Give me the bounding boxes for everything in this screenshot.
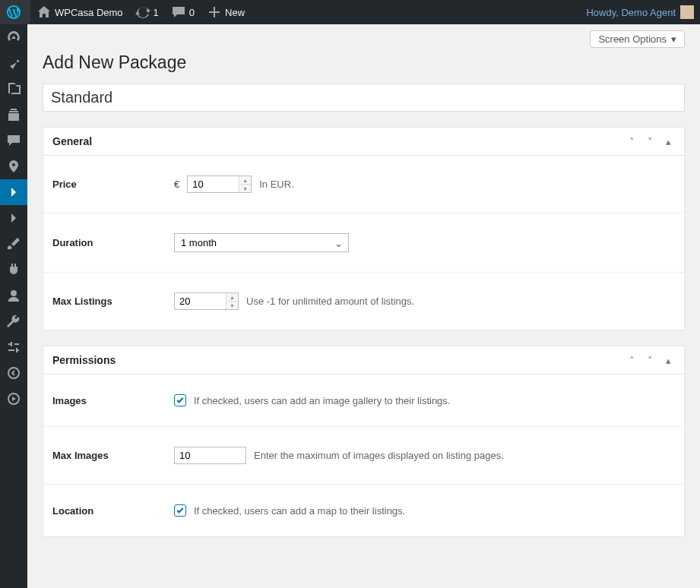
media-icon	[6, 81, 21, 96]
comments-link[interactable]: 0	[165, 0, 201, 24]
pin-icon	[6, 55, 21, 71]
menu-media[interactable]	[0, 76, 27, 102]
menu-posts[interactable]	[0, 50, 27, 76]
plus-icon	[207, 5, 222, 20]
menu-tools[interactable]	[0, 308, 27, 334]
chevron-right-icon	[6, 185, 21, 200]
admin-bar: WPCasa Demo 1 0 New Howdy, Demo Agent	[0, 0, 700, 24]
play-icon	[6, 391, 21, 406]
max-images-hint: Enter the maximum of images displayed on…	[254, 450, 504, 461]
menu-comments[interactable]	[0, 128, 27, 153]
field-max-images: Max Images Enter the maximum of images d…	[43, 427, 684, 485]
menu-pages[interactable]	[0, 102, 27, 128]
sliders-icon	[6, 340, 21, 355]
updates-count: 1	[154, 7, 159, 18]
menu-active[interactable]	[0, 179, 27, 205]
menu-dashboard[interactable]	[0, 24, 27, 50]
wrench-icon	[6, 314, 21, 329]
site-name-label: WPCasa Demo	[55, 7, 123, 18]
menu-play[interactable]	[0, 386, 27, 412]
location-checkbox[interactable]	[174, 504, 186, 517]
new-content-label: New	[225, 7, 245, 18]
comment-icon	[171, 5, 186, 20]
price-hint: In EUR.	[259, 179, 294, 190]
check-icon	[176, 396, 185, 405]
panel-move-up-icon[interactable]: ˄	[625, 136, 638, 147]
panel-toggle-icon[interactable]: ▴	[661, 355, 675, 366]
comments-count: 0	[189, 7, 195, 18]
images-hint: If checked, users can add an image galle…	[194, 395, 450, 406]
updates-link[interactable]: 1	[129, 0, 165, 24]
panel-move-down-icon[interactable]: ˅	[643, 136, 657, 147]
field-duration: Duration 1 month ⌄	[43, 213, 684, 273]
dashboard-icon	[6, 30, 21, 45]
menu-users[interactable]	[0, 283, 27, 308]
admin-menu	[0, 24, 27, 567]
location-hint: If checked, users can add a map to their…	[194, 505, 405, 517]
chevron-down-icon: ▾	[671, 33, 676, 45]
panel-permissions: Permissions ˄ ˅ ▴ Images If checked, use…	[43, 346, 685, 537]
pages-icon	[6, 107, 21, 122]
wp-logo[interactable]	[0, 0, 30, 24]
collapse-icon	[6, 365, 21, 381]
duration-select[interactable]: 1 month	[174, 233, 349, 252]
menu-plugins[interactable]	[0, 257, 27, 283]
images-checkbox[interactable]	[174, 394, 186, 406]
plugin-icon	[6, 262, 21, 277]
comment-icon	[6, 133, 21, 148]
home-icon	[36, 5, 52, 20]
panel-general-heading: General	[52, 135, 92, 147]
package-title-input[interactable]	[43, 84, 685, 112]
check-icon	[176, 506, 185, 515]
panel-general: General ˄ ˅ ▴ Price € ▲▼ In EUR. Duratio…	[43, 127, 685, 330]
panel-move-up-icon[interactable]: ˄	[625, 355, 638, 366]
account-link[interactable]: Howdy, Demo Agent	[580, 0, 700, 24]
field-location: Location If checked, users can add a map…	[43, 485, 684, 536]
user-icon	[6, 288, 21, 303]
menu-settings[interactable]	[0, 334, 27, 360]
page-title: Add New Package	[43, 52, 685, 73]
max-images-input[interactable]	[174, 447, 246, 464]
spin-up-icon[interactable]: ▲	[226, 293, 238, 302]
brush-icon	[6, 236, 21, 251]
currency-symbol: €	[174, 179, 179, 190]
spin-down-icon[interactable]: ▼	[226, 302, 238, 309]
content-area: Screen Options ▾ Add New Package General…	[27, 24, 700, 567]
wordpress-icon	[6, 5, 21, 20]
location-icon	[6, 159, 21, 174]
menu-appearance[interactable]	[0, 231, 27, 257]
max-listings-hint: Use -1 for unlimited amount of listings.	[246, 296, 414, 307]
panel-general-header[interactable]: General ˄ ˅ ▴	[43, 128, 684, 156]
new-content-link[interactable]: New	[201, 0, 251, 24]
chevron-right-icon	[6, 210, 21, 226]
panel-permissions-heading: Permissions	[52, 354, 116, 366]
menu-collapse[interactable]	[0, 360, 27, 386]
spin-down-icon[interactable]: ▼	[239, 185, 251, 192]
menu-location[interactable]	[0, 153, 27, 179]
menu-next[interactable]	[0, 205, 27, 231]
site-name-link[interactable]: WPCasa Demo	[30, 0, 129, 24]
panel-permissions-header[interactable]: Permissions ˄ ˅ ▴	[43, 346, 684, 375]
user-name-label: Demo Agent	[621, 7, 676, 18]
field-max-listings: Max Listings ▲▼ Use -1 for unlimited amo…	[43, 273, 684, 330]
panel-move-down-icon[interactable]: ˅	[643, 355, 657, 366]
spin-up-icon[interactable]: ▲	[239, 176, 251, 185]
field-images: Images If checked, users can add an imag…	[43, 375, 684, 427]
avatar	[680, 5, 694, 19]
screen-options-button[interactable]: Screen Options ▾	[590, 30, 685, 48]
panel-toggle-icon[interactable]: ▴	[661, 136, 675, 147]
svg-point-0	[8, 368, 19, 378]
update-icon	[135, 5, 150, 20]
field-price: Price € ▲▼ In EUR.	[43, 156, 684, 213]
